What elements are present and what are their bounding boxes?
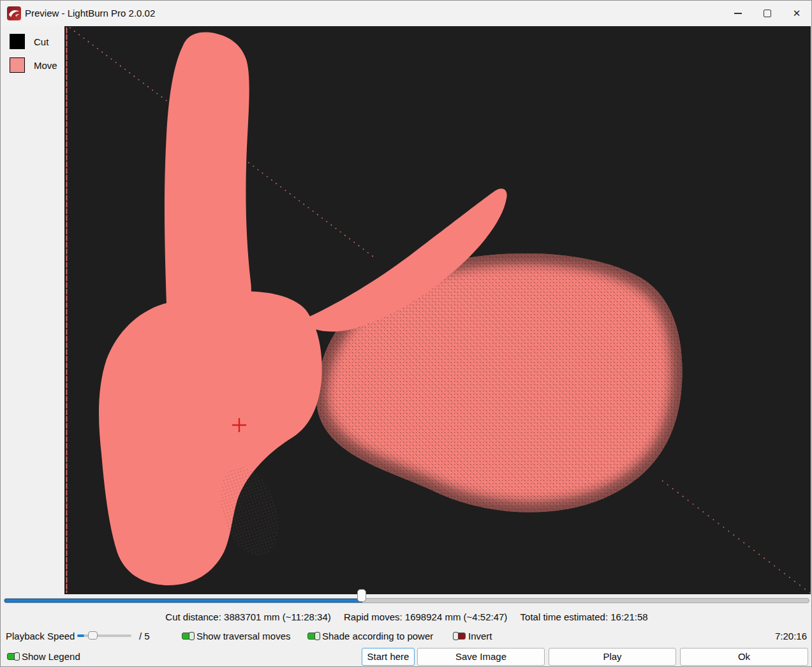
shade-according-to-power-label: Shade according to power <box>322 631 433 641</box>
legend-panel: Cut Move <box>1 26 64 594</box>
ok-button[interactable]: Ok <box>680 648 808 666</box>
preview-window: Preview - LightBurn Pro 2.0.02 ✕ Cut Mov… <box>0 0 812 667</box>
toggle-show-traversal-moves[interactable] <box>182 633 194 640</box>
preview-canvas <box>64 26 811 594</box>
legend-label-cut: Cut <box>34 36 48 47</box>
progress-track[interactable] <box>4 598 809 603</box>
cut-distance-text: Cut distance: 3883701 mm (~11:28:34) <box>165 611 330 622</box>
maximize-button[interactable] <box>753 1 782 26</box>
maximize-icon <box>764 10 771 17</box>
toggle-knob <box>453 632 459 640</box>
bunny-head <box>99 292 322 585</box>
speed-groove <box>77 634 131 637</box>
playback-progress-slider[interactable] <box>1 594 812 608</box>
playback-speed-label: Playback Speed <box>6 631 75 641</box>
traversal-line-bottom <box>662 481 810 593</box>
controls-row: Playback Speed / 5 Show traversal moves … <box>1 629 812 645</box>
minimize-icon <box>734 13 742 13</box>
toggle-shade-according-to-power[interactable] <box>307 633 320 640</box>
total-time-text: Total time estimated: 16:21:58 <box>520 611 648 622</box>
speed-divisor: / 5 <box>139 631 150 641</box>
play-button[interactable]: Play <box>549 648 676 666</box>
rapid-moves-text: Rapid moves: 1698924 mm (~4:52:47) <box>344 611 507 622</box>
bottom-row: Show Legend Start here Save Image Play O… <box>1 647 812 667</box>
toggle-invert[interactable] <box>454 633 466 640</box>
toggle-knob <box>189 632 195 640</box>
laser-preview-render <box>64 26 811 594</box>
progress-handle[interactable] <box>357 589 366 602</box>
lightburn-logo-icon <box>7 6 21 20</box>
toggle-knob <box>314 632 320 640</box>
status-bar: Cut distance: 3883701 mm (~11:28:34) Rap… <box>1 611 812 622</box>
window-title: Preview - LightBurn Pro 2.0.02 <box>25 1 155 26</box>
speed-fill <box>77 634 84 637</box>
legend-item-move: Move <box>10 57 25 73</box>
progress-fill <box>4 599 362 603</box>
start-here-button[interactable]: Start here <box>362 648 415 666</box>
close-button[interactable]: ✕ <box>782 1 811 26</box>
toggle-show-legend[interactable] <box>7 653 19 660</box>
cut-color-swatch <box>10 34 25 49</box>
speed-handle[interactable] <box>88 631 98 640</box>
show-legend-label: Show Legend <box>22 651 80 662</box>
legend-item-cut: Cut <box>10 34 25 49</box>
titlebar: Preview - LightBurn Pro 2.0.02 ✕ <box>1 1 811 26</box>
bunny-left-ear <box>165 33 251 307</box>
invert-label: Invert <box>468 631 492 641</box>
show-traversal-moves-label: Show traversal moves <box>196 631 291 641</box>
playback-time: 7:20:16 <box>775 631 807 641</box>
toggle-knob <box>14 652 20 661</box>
minimize-button[interactable] <box>723 1 753 26</box>
save-image-button[interactable]: Save Image <box>417 648 545 666</box>
legend-label-move: Move <box>34 60 57 71</box>
close-icon: ✕ <box>793 8 801 19</box>
playback-speed-slider[interactable] <box>77 631 131 641</box>
move-color-swatch <box>10 57 25 73</box>
